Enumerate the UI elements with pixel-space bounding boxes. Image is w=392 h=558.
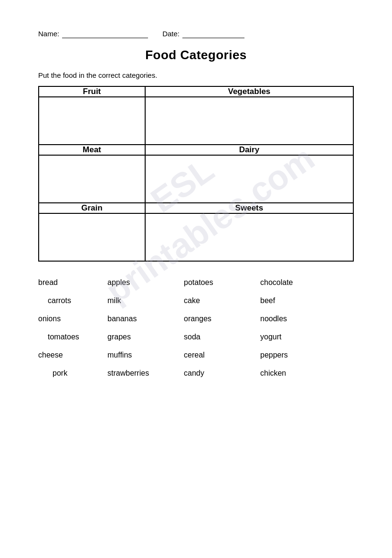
word-cake: cake — [184, 293, 260, 308]
word-noodles: noodles — [260, 311, 337, 326]
page-title: Food Categories — [38, 48, 354, 63]
food-categories-table: Fruit Vegetables Meat Dairy — [38, 86, 354, 262]
word-peppers: peppers — [260, 347, 337, 363]
word-pork: pork — [38, 366, 107, 381]
instruction-text: Put the food in the correct categories. — [38, 71, 354, 79]
word-chocolate: chocolate — [260, 275, 337, 290]
word-chicken: chicken — [260, 366, 337, 381]
word-tomatoes: tomatoes — [38, 329, 107, 345]
word-potatoes: potatoes — [184, 275, 260, 290]
name-label: Name: — [38, 30, 59, 38]
word-carrots: carrots — [38, 293, 107, 308]
word-cereal: cereal — [184, 347, 260, 363]
sweets-header: Sweets — [145, 203, 353, 213]
table-row-meat-dairy-header: Meat Dairy — [39, 145, 353, 155]
date-label: Date: — [162, 30, 180, 38]
name-input-line[interactable] — [62, 29, 148, 38]
vegetables-body[interactable] — [145, 97, 353, 145]
table-row-meat-dairy-body — [39, 155, 353, 203]
dairy-body[interactable] — [145, 155, 353, 203]
sweets-body[interactable] — [145, 213, 353, 261]
table-row-grain-sweets-body — [39, 213, 353, 261]
word-beef: beef — [260, 293, 337, 308]
meat-body[interactable] — [39, 155, 145, 203]
word-oranges: oranges — [184, 311, 260, 326]
date-input-line[interactable] — [182, 29, 244, 38]
fruit-header: Fruit — [39, 86, 145, 97]
word-bank: bread apples potatoes chocolate carrots … — [38, 275, 354, 381]
fruit-body[interactable] — [39, 97, 145, 145]
word-grapes: grapes — [107, 329, 184, 345]
page-content: ESLprintables.com Name: Date: Food Categ… — [38, 29, 354, 381]
date-field: Date: — [162, 29, 244, 38]
word-strawberries: strawberries — [107, 366, 184, 381]
word-yogurt: yogurt — [260, 329, 337, 345]
word-cheese: cheese — [38, 347, 107, 363]
word-bread: bread — [38, 275, 107, 290]
meat-header: Meat — [39, 145, 145, 155]
dairy-header: Dairy — [145, 145, 353, 155]
table-row-fruit-veg-header: Fruit Vegetables — [39, 86, 353, 97]
name-field: Name: — [38, 29, 148, 38]
table-row-grain-sweets-header: Grain Sweets — [39, 203, 353, 213]
word-soda: soda — [184, 329, 260, 345]
word-apples: apples — [107, 275, 184, 290]
grain-body[interactable] — [39, 213, 145, 261]
vegetables-header: Vegetables — [145, 86, 353, 97]
word-milk: milk — [107, 293, 184, 308]
word-candy: candy — [184, 366, 260, 381]
table-row-fruit-veg-body — [39, 97, 353, 145]
word-muffins: muffins — [107, 347, 184, 363]
wordbank-grid: bread apples potatoes chocolate carrots … — [38, 275, 354, 381]
grain-header: Grain — [39, 203, 145, 213]
word-onions: onions — [38, 311, 107, 326]
name-date-row: Name: Date: — [38, 29, 354, 38]
word-bananas: bananas — [107, 311, 184, 326]
